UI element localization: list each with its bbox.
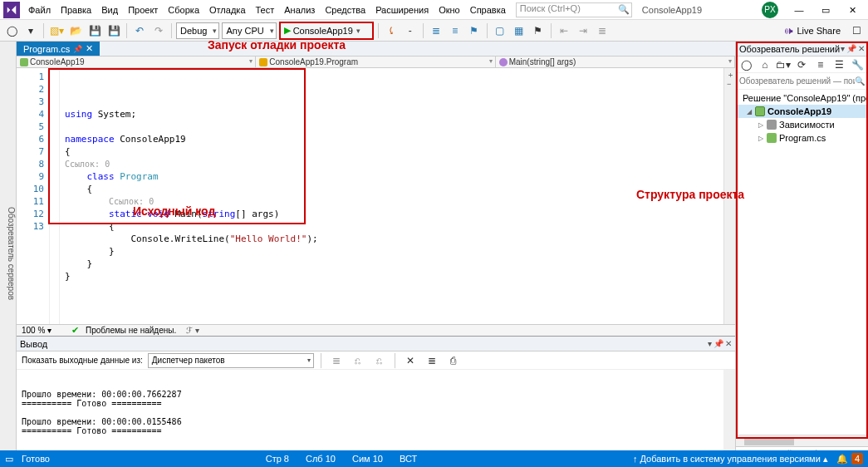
toolbar-icon[interactable]: ▦ xyxy=(511,22,527,39)
minimize-button[interactable]: — xyxy=(787,2,812,18)
step-over-icon[interactable]: - xyxy=(402,22,419,39)
server-explorer-tab[interactable]: Обозреватель серверов xyxy=(0,42,17,461)
project-icon xyxy=(755,106,765,116)
se-refresh-icon[interactable]: ⟳ xyxy=(794,57,810,73)
solution-explorer-search-input[interactable] xyxy=(739,76,855,86)
document-tab-program[interactable]: Program.cs 📌 ✕ xyxy=(17,42,100,56)
expand-icon[interactable]: ▷ xyxy=(758,135,764,142)
back-button[interactable]: ◯ xyxy=(3,22,20,39)
tree-node-dependencies[interactable]: ▷ Зависимости xyxy=(738,118,866,131)
tree-node-project[interactable]: ◢ ConsoleApp19 xyxy=(738,105,866,118)
menu-test[interactable]: Тест xyxy=(251,2,280,17)
menu-project[interactable]: Проект xyxy=(123,2,163,17)
se-home-icon[interactable]: ⌂ xyxy=(757,57,772,73)
solution-tree[interactable]: Решение "ConsoleApp19" (проекты ◢ Consol… xyxy=(736,90,868,435)
zoom-combo[interactable]: 100 % ▾ xyxy=(22,326,65,335)
csharp-file-icon xyxy=(767,133,777,143)
output-tb-icon[interactable]: ⎙ xyxy=(445,352,462,369)
chevron-down-icon[interactable]: ▾ xyxy=(841,44,845,53)
solution-explorer: Структура проекта Обозреватель решений ▾… xyxy=(735,42,868,461)
menu-file[interactable]: Файл xyxy=(23,2,56,17)
menu-debug[interactable]: Отладка xyxy=(204,2,250,17)
user-avatar[interactable]: PX xyxy=(762,2,778,18)
forward-button[interactable]: ▾ xyxy=(22,22,39,39)
se-tool-icon[interactable]: ☰ xyxy=(831,57,846,73)
pin-icon[interactable]: 📌 xyxy=(714,339,723,348)
code-editor[interactable]: 12345678910111213 using System; namespac… xyxy=(17,68,735,324)
output-source-combo[interactable]: Диспетчер пакетов xyxy=(148,353,314,368)
nav-scope[interactable]: ConsoleApp19 xyxy=(17,57,256,67)
undo-icon[interactable]: ↶ xyxy=(131,22,148,39)
code-text[interactable]: using System; namespace ConsoleApp19{Ссы… xyxy=(60,68,735,324)
output-tb-icon[interactable]: ⎌ xyxy=(371,352,388,369)
tree-node-solution[interactable]: Решение "ConsoleApp19" (проекты xyxy=(738,91,866,105)
toolbar-icon[interactable]: ▢ xyxy=(492,22,508,39)
start-debug-button[interactable]: ▶ ConsoleApp19 ▾ xyxy=(279,22,374,40)
menu-window[interactable]: Окно xyxy=(434,2,465,17)
editor-options-icon[interactable]: ℱ ▾ xyxy=(186,326,199,335)
menu-help[interactable]: Справка xyxy=(465,2,511,17)
split-minus-icon[interactable]: − xyxy=(727,80,731,88)
output-text[interactable]: Прошло времени: 00:00:00.7662287========… xyxy=(17,370,735,455)
status-vcs-label: Добавить в систему управления версиями xyxy=(640,454,821,464)
output-tb-icon[interactable]: ≣ xyxy=(328,352,345,369)
bookmark-icon[interactable]: ⚑ xyxy=(466,22,483,39)
se-wrench-icon[interactable]: 🔧 xyxy=(850,57,866,73)
step-icon[interactable]: ⤹ xyxy=(383,22,400,39)
status-vcs[interactable]: ↑ Добавить в систему управления версиями… xyxy=(625,454,836,465)
flag-icon[interactable]: ⚑ xyxy=(530,22,547,39)
solution-explorer-toolbar: ◯ ⌂ 🗀▾ ⟳ ≡ ☰ 🔧 xyxy=(736,57,868,73)
output-scrollbar[interactable] xyxy=(723,370,735,455)
close-button[interactable]: ✕ xyxy=(840,2,865,18)
save-icon[interactable]: 💾 xyxy=(86,22,103,39)
scrollbar-thumb[interactable] xyxy=(744,437,794,445)
solution-explorer-search[interactable]: 🔍 xyxy=(736,73,868,90)
platform-combo[interactable]: Any CPU xyxy=(222,22,276,39)
open-icon[interactable]: 📂 xyxy=(67,22,84,39)
toolbar-separator xyxy=(395,353,395,368)
pin-icon[interactable]: 📌 xyxy=(73,45,82,53)
output-clear-icon[interactable]: ✕ xyxy=(402,352,419,369)
se-home-icon[interactable]: ◯ xyxy=(738,57,754,73)
menu-edit[interactable]: Правка xyxy=(56,2,96,17)
notifications-button[interactable]: 🔔4 xyxy=(836,454,863,465)
menu-tools[interactable]: Средства xyxy=(320,2,370,17)
expand-icon[interactable]: ▷ xyxy=(758,121,764,129)
restore-button[interactable]: ▭ xyxy=(813,2,838,18)
window-controls: PX — ▭ ✕ xyxy=(762,2,865,18)
menu-view[interactable]: Вид xyxy=(96,2,123,17)
nav-type[interactable]: ConsoleApp19.Program xyxy=(256,57,495,67)
toolbar-icon[interactable]: ≣ xyxy=(594,22,611,39)
menu-build[interactable]: Сборка xyxy=(163,2,204,17)
pin-icon[interactable]: 📌 xyxy=(846,44,856,53)
uncomment-icon[interactable]: ≡ xyxy=(447,22,463,39)
feedback-icon[interactable]: ☐ xyxy=(848,22,865,39)
fold-column[interactable] xyxy=(50,68,60,324)
se-sync-icon[interactable]: 🗀▾ xyxy=(776,57,792,73)
outdent-icon[interactable]: ⇥ xyxy=(575,22,591,39)
menu-ext[interactable]: Расширения xyxy=(370,2,434,17)
status-bar: ▭ Готово Стр 8 Слб 10 Сим 10 ВСТ ↑ Добав… xyxy=(0,450,868,467)
live-share-button[interactable]: 🕪 Live Share xyxy=(779,24,846,37)
output-wrap-icon[interactable]: ≣ xyxy=(424,352,440,369)
comment-icon[interactable]: ≣ xyxy=(428,22,444,39)
close-icon[interactable]: ✕ xyxy=(858,44,865,53)
indent-icon[interactable]: ⇤ xyxy=(556,22,572,39)
solution-explorer-hscroll[interactable] xyxy=(736,435,868,446)
editor-scrollbar[interactable]: ＋ − xyxy=(723,68,735,324)
save-all-icon[interactable]: 💾 xyxy=(105,22,122,39)
new-project-icon[interactable]: ▧▾ xyxy=(48,22,65,39)
close-icon[interactable]: ✕ xyxy=(725,339,732,348)
close-tab-icon[interactable]: ✕ xyxy=(86,43,93,54)
chevron-down-icon[interactable]: ▾ xyxy=(708,339,712,348)
quick-search-input[interactable]: Поиск (Ctrl+Q) 🔍 xyxy=(516,2,632,17)
collapse-icon[interactable]: ◢ xyxy=(746,108,753,116)
menu-analyze[interactable]: Анализ xyxy=(279,2,320,17)
redo-icon[interactable]: ↷ xyxy=(150,22,167,39)
config-combo[interactable]: Debug xyxy=(176,22,219,39)
nav-member[interactable]: Main(string[] args) xyxy=(496,57,735,67)
tree-node-file[interactable]: ▷ Program.cs xyxy=(738,131,866,145)
se-tool-icon[interactable]: ≡ xyxy=(812,57,828,73)
start-debug-label: ConsoleApp19 xyxy=(293,26,353,36)
output-tb-icon[interactable]: ⎌ xyxy=(350,352,366,369)
